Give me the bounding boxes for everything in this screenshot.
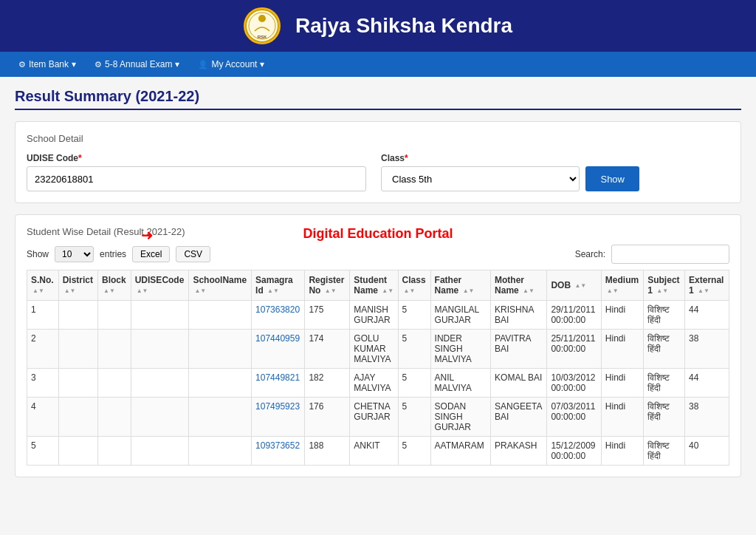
col-medium: Medium ▲▼ (601, 270, 643, 301)
cell-father: MANGILAL GURJAR (430, 301, 490, 330)
cell-student_name: CHETNA GURJAR (350, 398, 398, 437)
cell-subject1: विशिष्ट हिंदी (644, 330, 685, 369)
samagra-link[interactable]: 107449821 (255, 372, 300, 383)
logo: RSK (244, 7, 281, 44)
cell-medium: Hindi (601, 330, 643, 369)
cell-mother: KOMAL BAI (491, 369, 547, 398)
udise-group: UDISE Code* (27, 153, 366, 191)
cell-medium: Hindi (601, 398, 643, 437)
cell-medium: Hindi (601, 369, 643, 398)
udise-input[interactable] (27, 166, 366, 191)
cell-samagra: 109373652 (252, 437, 305, 466)
cell-father: AATMARAM (430, 437, 490, 466)
cell-dob: 25/11/2011 00:00:00 (547, 330, 601, 369)
cell-sno: 5 (27, 437, 59, 466)
csv-button[interactable]: CSV (176, 246, 210, 262)
table-row: 1107363820175MANISH GURJAR5MANGILAL GURJ… (27, 301, 729, 330)
cell-subject1: विशिष्ट हिंदी (644, 369, 685, 398)
samagra-link[interactable]: 107363820 (255, 304, 300, 315)
show-entries-label: Show (27, 249, 49, 259)
table-row: 2107440959174GOLU KUMAR MALVIYA5INDER SI… (27, 330, 729, 369)
col-samagra: Samagra Id ▲▼ (252, 270, 305, 301)
cell-school (189, 437, 252, 466)
cell-external1: 44 (685, 369, 729, 398)
table-left-controls: Show 10 25 50 100 entries Excel CSV (27, 246, 210, 262)
table-row: 4107495923176CHETNA GURJAR5SODAN SINGH G… (27, 398, 729, 437)
cell-external1: 44 (685, 301, 729, 330)
svg-point-2 (258, 15, 266, 22)
cell-dob: 07/03/2011 00:00:00 (547, 398, 601, 437)
samagra-link[interactable]: 107495923 (255, 401, 300, 412)
search-input[interactable] (611, 245, 729, 264)
cell-student_name: GOLU KUMAR MALVIYA (350, 330, 398, 369)
search-area: Search: (575, 245, 729, 264)
cell-student_name: ANKIT (350, 437, 398, 466)
samagra-link[interactable]: 107440959 (255, 333, 300, 344)
cell-register: 182 (305, 369, 350, 398)
cell-student_name: MANISH GURJAR (350, 301, 398, 330)
table-wrapper: S.No. ▲▼ District ▲▼ Block ▲▼ UDISECode … (27, 270, 729, 466)
col-mother: Mother Name ▲▼ (491, 270, 547, 301)
student-detail-header: Student Wise Detail (Result 2021-22) (27, 226, 185, 237)
cell-school (189, 301, 252, 330)
cell-mother: SANGEETA BAI (491, 398, 547, 437)
site-title: Rajya Shiksha Kendra (295, 14, 512, 38)
col-register: Register No ▲▼ (305, 270, 350, 301)
cell-sno: 4 (27, 398, 59, 437)
school-detail-card: School Detail UDISE Code* Class* Class 5… (15, 121, 741, 203)
dropdown-arrow-account: ▾ (260, 59, 264, 69)
svg-text:RSK: RSK (258, 35, 267, 39)
nav-item-account[interactable]: 👤 My Account ▾ (190, 56, 272, 72)
col-father: Father Name ▲▼ (430, 270, 490, 301)
table-row: 3107449821182AJAY MALVIYA5ANIL MALVIYAKO… (27, 369, 729, 398)
cell-dob: 29/11/2011 00:00:00 (547, 301, 601, 330)
entries-select[interactable]: 10 25 50 100 (55, 246, 94, 262)
cell-school (189, 398, 252, 437)
class-select[interactable]: Class 5th Class 6th Class 7th Class 8th (381, 166, 580, 191)
class-required: * (405, 153, 408, 163)
table-body: 1107363820175MANISH GURJAR5MANGILAL GURJ… (27, 301, 729, 466)
samagra-link[interactable]: 109373652 (255, 440, 300, 451)
gear-icon-bank: ⚙ (18, 60, 26, 69)
cell-class: 5 (398, 369, 430, 398)
cell-samagra: 107495923 (252, 398, 305, 437)
col-sno: S.No. ▲▼ (27, 270, 59, 301)
main-content: Result Summary (2021-22) School Detail U… (0, 77, 756, 488)
cell-register: 176 (305, 398, 350, 437)
cell-register: 174 (305, 330, 350, 369)
cell-father: ANIL MALVIYA (430, 369, 490, 398)
cell-subject1: विशिष्ट हिंदी (644, 398, 685, 437)
table-head: S.No. ▲▼ District ▲▼ Block ▲▼ UDISECode … (27, 270, 729, 301)
cell-block (98, 301, 131, 330)
cell-sno: 2 (27, 330, 59, 369)
cell-samagra: 107449821 (252, 369, 305, 398)
show-button[interactable]: Show (585, 166, 639, 191)
nav-item-bank[interactable]: ⚙ Item Bank ▾ (11, 56, 83, 72)
nav-label-account: My Account (211, 59, 257, 69)
cell-register: 188 (305, 437, 350, 466)
cell-sno: 1 (27, 301, 59, 330)
cell-subject1: विशिष्ट हिंदी (644, 437, 685, 466)
gear-icon-exam: ⚙ (94, 60, 102, 69)
nav-item-exam[interactable]: ⚙ 5-8 Annual Exam ▾ (87, 56, 187, 72)
excel-button[interactable]: Excel (132, 246, 170, 262)
nav-label-exam: 5-8 Annual Exam (105, 59, 172, 69)
col-subject1: Subject 1 ▲▼ (644, 270, 685, 301)
cell-mother: PAVITRA BAI (491, 330, 547, 369)
col-external1: External 1 ▲▼ (685, 270, 729, 301)
watermark-text: Digital Education Portal (303, 226, 453, 242)
cell-udise (131, 437, 189, 466)
search-label: Search: (575, 249, 605, 259)
udise-required: * (78, 153, 82, 163)
cell-udise (131, 369, 189, 398)
cell-udise (131, 301, 189, 330)
cell-district (58, 301, 97, 330)
col-block: Block ▲▼ (98, 270, 131, 301)
cell-medium: Hindi (601, 437, 643, 466)
cell-dob: 15/12/2009 00:00:00 (547, 437, 601, 466)
cell-district (58, 398, 97, 437)
cell-medium: Hindi (601, 301, 643, 330)
nav-label-bank: Item Bank (29, 59, 69, 69)
cell-class: 5 (398, 398, 430, 437)
cell-external1: 40 (685, 437, 729, 466)
